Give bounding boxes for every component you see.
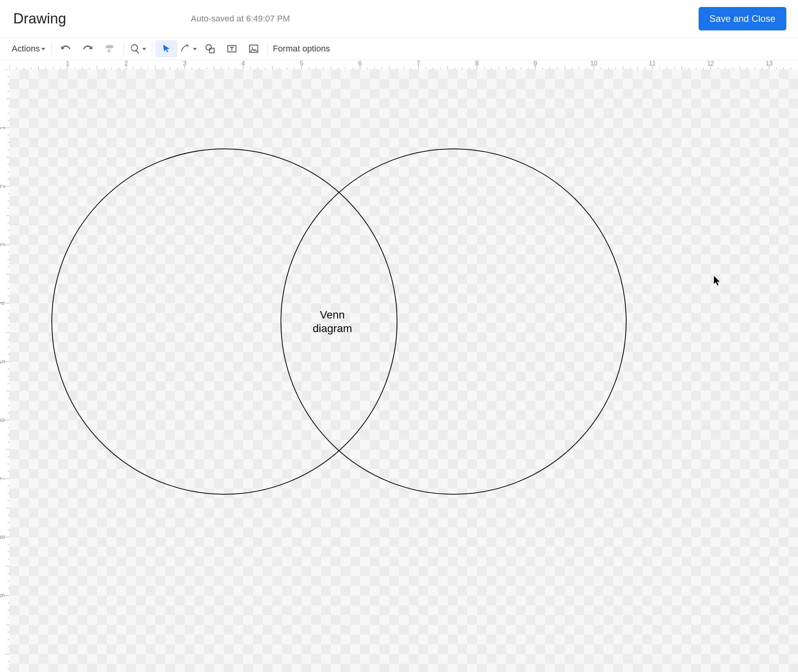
format-options-button[interactable]: Format options	[271, 40, 333, 57]
drawing-surface[interactable]	[9, 69, 798, 672]
svg-text:6: 6	[0, 418, 6, 422]
actions-label: Actions	[12, 44, 40, 54]
svg-text:4: 4	[242, 60, 245, 67]
svg-text:7: 7	[417, 60, 420, 67]
svg-text:7: 7	[0, 477, 6, 480]
shapes-icon	[205, 43, 215, 54]
cursor-icon	[161, 43, 172, 54]
paint-roller-icon	[104, 43, 115, 54]
svg-text:8: 8	[0, 535, 6, 539]
zoom-menu[interactable]	[127, 40, 149, 57]
svg-text:8: 8	[475, 60, 479, 67]
canvas-viewport[interactable]: Venn diagram	[9, 69, 798, 672]
app-root: Drawing Auto-saved at 6:49:07 PM Save an…	[0, 0, 798, 672]
svg-text:6: 6	[358, 60, 362, 67]
svg-text:1: 1	[0, 126, 6, 129]
modal-title: Drawing	[13, 11, 66, 27]
header: Drawing Auto-saved at 6:49:07 PM Save an…	[0, 0, 798, 38]
caret-down-icon	[41, 48, 45, 50]
svg-text:4: 4	[0, 301, 6, 305]
venn-text-label[interactable]: Venn diagram	[312, 308, 352, 335]
svg-text:3: 3	[183, 60, 187, 67]
undo-button[interactable]	[55, 40, 77, 57]
undo-icon	[60, 43, 71, 54]
svg-text:1: 1	[66, 60, 70, 67]
actions-menu[interactable]: Actions	[10, 40, 48, 57]
svg-point-4	[252, 47, 253, 49]
separator	[152, 42, 152, 55]
separator	[124, 42, 124, 55]
shape-tool-button[interactable]	[199, 40, 221, 57]
svg-text:3: 3	[0, 243, 6, 246]
image-icon	[248, 43, 259, 54]
svg-text:2: 2	[125, 60, 128, 67]
svg-text:9: 9	[0, 594, 6, 597]
toolbar: Actions	[0, 38, 798, 60]
ruler-corner	[0, 60, 10, 70]
svg-text:10: 10	[590, 60, 597, 67]
svg-text:5: 5	[0, 360, 6, 363]
workarea: 12345678910111213 123456789 Venn diagram	[0, 60, 798, 672]
hruler-ticks: 12345678910111213	[9, 60, 798, 69]
line-icon	[180, 43, 191, 54]
textbox-icon	[226, 43, 237, 54]
svg-text:5: 5	[300, 60, 304, 67]
caret-down-icon	[142, 48, 146, 50]
select-tool-button[interactable]	[155, 40, 177, 57]
separator	[268, 42, 268, 55]
autosave-status: Auto-saved at 6:49:07 PM	[191, 14, 290, 24]
format-options-label: Format options	[273, 44, 330, 54]
redo-icon	[82, 43, 93, 54]
svg-text:12: 12	[707, 60, 714, 67]
svg-text:11: 11	[649, 60, 656, 67]
svg-text:9: 9	[534, 60, 537, 67]
svg-point-0	[206, 45, 212, 50]
line-tool-menu[interactable]	[177, 40, 199, 57]
vruler-ticks: 123456789	[0, 69, 9, 672]
svg-text:13: 13	[766, 60, 773, 67]
svg-rect-1	[210, 48, 214, 53]
redo-button[interactable]	[77, 40, 99, 57]
svg-text:2: 2	[0, 184, 6, 188]
paint-format-button[interactable]	[99, 40, 120, 57]
separator	[51, 42, 52, 55]
vertical-ruler[interactable]: 123456789	[0, 69, 10, 672]
horizontal-ruler[interactable]: 12345678910111213	[9, 60, 798, 70]
textbox-tool-button[interactable]	[221, 40, 243, 57]
zoom-icon	[130, 43, 141, 54]
save-and-close-button[interactable]: Save and Close	[699, 7, 786, 30]
image-tool-button[interactable]	[243, 40, 265, 57]
caret-down-icon	[193, 48, 197, 50]
